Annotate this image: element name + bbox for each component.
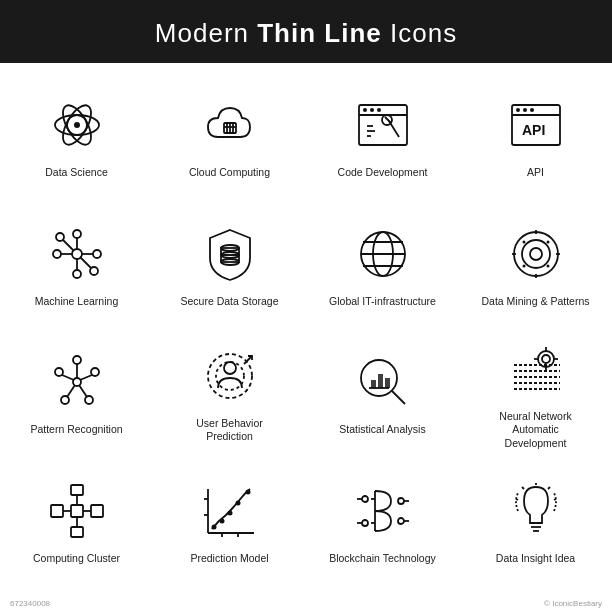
svg-point-62	[55, 368, 63, 376]
api-icon: API	[501, 90, 571, 160]
icon-cell-neural-network: Neural Network Automatic Development	[459, 328, 612, 457]
svg-point-58	[522, 264, 525, 267]
svg-point-72	[208, 354, 252, 398]
svg-rect-81	[385, 378, 390, 388]
pattern-recognition-label: Pattern Recognition	[30, 423, 122, 437]
icon-cell-statistical-analysis: Statistical Analysis	[306, 328, 459, 457]
blockchain-icon	[348, 476, 418, 546]
svg-rect-79	[371, 380, 376, 388]
global-it-label: Global IT-infrastructure	[329, 295, 436, 309]
cloud-computing-icon	[195, 90, 265, 160]
data-insight-label: Data Insight Idea	[496, 552, 575, 566]
svg-point-74	[224, 362, 236, 374]
icon-cell-pattern-recognition: Pattern Recognition	[0, 328, 153, 457]
pattern-recognition-icon	[42, 347, 112, 417]
svg-point-51	[522, 240, 550, 268]
svg-point-57	[546, 240, 549, 243]
icon-cell-code-development: Code Development	[306, 71, 459, 199]
machine-learning-label: Machine Learning	[35, 295, 118, 309]
svg-line-20	[385, 117, 391, 123]
statistical-analysis-label: Statistical Analysis	[339, 423, 425, 437]
svg-rect-94	[71, 485, 83, 495]
icon-cell-prediction-model: Prediction Model	[153, 457, 306, 585]
global-it-icon	[348, 219, 418, 289]
icon-cell-blockchain: Blockchain Technology	[306, 457, 459, 585]
svg-point-13	[370, 108, 374, 112]
blockchain-label: Blockchain Technology	[329, 552, 436, 566]
svg-line-69	[80, 375, 92, 380]
svg-point-63	[91, 368, 99, 376]
icon-cell-user-behavior: User Behavior Prediction	[153, 328, 306, 457]
svg-point-106	[227, 511, 232, 516]
icon-cell-data-science: Data Science	[0, 71, 153, 199]
svg-point-73	[216, 362, 244, 390]
svg-rect-98	[51, 505, 63, 517]
svg-point-30	[73, 230, 81, 238]
svg-point-50	[514, 232, 558, 276]
svg-point-116	[362, 520, 368, 526]
svg-line-71	[79, 385, 87, 397]
svg-line-77	[392, 391, 405, 404]
computing-cluster-label: Computing Cluster	[33, 552, 120, 566]
svg-point-23	[516, 108, 520, 112]
icon-cell-data-insight: Data Insight Idea	[459, 457, 612, 585]
icon-cell-global-it: Global IT-infrastructure	[306, 199, 459, 327]
user-behavior-icon	[195, 341, 265, 411]
svg-point-25	[530, 108, 534, 112]
data-science-label: Data Science	[45, 166, 107, 180]
svg-point-59	[546, 264, 549, 267]
svg-rect-80	[378, 374, 383, 388]
svg-rect-100	[91, 505, 103, 517]
header-title: Modern Thin Line Icons	[155, 18, 457, 48]
watermark-right: © IconicBestiary	[544, 599, 602, 608]
svg-point-31	[73, 270, 81, 278]
computing-cluster-icon	[42, 476, 112, 546]
icon-cell-cloud-computing: Cloud Computing	[153, 71, 306, 199]
secure-data-storage-label: Secure Data Storage	[180, 295, 278, 309]
data-mining-label: Data Mining & Patterns	[482, 295, 590, 309]
svg-line-38	[63, 240, 74, 251]
secure-data-storage-icon	[195, 219, 265, 289]
code-development-icon	[348, 90, 418, 160]
svg-line-68	[62, 375, 74, 380]
neural-network-label: Neural Network Automatic Development	[481, 410, 591, 451]
svg-point-115	[362, 496, 368, 502]
statistical-analysis-icon	[348, 347, 418, 417]
code-development-label: Code Development	[338, 166, 428, 180]
neural-network-icon	[501, 334, 571, 404]
svg-rect-93	[71, 505, 83, 517]
svg-point-117	[398, 498, 404, 504]
watermark-left: 672340008	[10, 599, 50, 608]
svg-point-66	[73, 356, 81, 364]
svg-point-28	[53, 250, 61, 258]
svg-point-33	[90, 267, 98, 275]
svg-line-70	[67, 385, 75, 397]
header: Modern Thin Line Icons	[0, 0, 612, 63]
svg-rect-96	[71, 527, 83, 537]
machine-learning-icon	[42, 219, 112, 289]
icon-cell-data-mining: Data Mining & Patterns	[459, 199, 612, 327]
svg-point-118	[398, 518, 404, 524]
user-behavior-label: User Behavior Prediction	[175, 417, 285, 444]
prediction-model-label: Prediction Model	[190, 552, 268, 566]
icon-grid: Data Science Cloud Computing	[0, 63, 612, 593]
svg-point-108	[245, 490, 250, 495]
icon-cell-secure-data-storage: Secure Data Storage	[153, 199, 306, 327]
icon-cell-computing-cluster: Computing Cluster	[0, 457, 153, 585]
svg-point-104	[211, 525, 216, 530]
svg-line-39	[80, 257, 91, 268]
svg-text:API: API	[522, 122, 545, 138]
svg-line-127	[548, 487, 550, 489]
svg-point-14	[377, 108, 381, 112]
svg-point-24	[523, 108, 527, 112]
svg-point-12	[363, 108, 367, 112]
cloud-computing-label: Cloud Computing	[189, 166, 270, 180]
svg-point-105	[219, 519, 224, 524]
icon-cell-machine-learning: Machine Learning	[0, 199, 153, 327]
svg-point-29	[93, 250, 101, 258]
svg-point-107	[235, 501, 240, 506]
svg-point-4	[74, 122, 80, 128]
svg-point-32	[56, 233, 64, 241]
data-science-icon	[42, 90, 112, 160]
data-mining-icon	[501, 219, 571, 289]
